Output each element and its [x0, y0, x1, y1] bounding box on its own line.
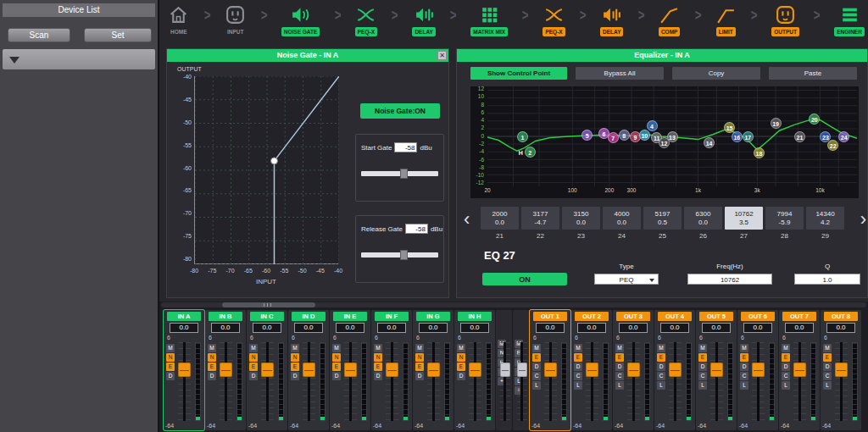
eq-button[interactable]: E: [657, 353, 665, 362]
channel-label[interactable]: OUT 8: [824, 312, 858, 321]
toolbar-module-input[interactable]: INPUT: [225, 4, 247, 36]
eq-band-cell-27[interactable]: 107623.5: [725, 207, 763, 230]
channel-gain-value[interactable]: 0.0: [536, 323, 565, 333]
eq-control-point-5[interactable]: 5: [581, 130, 593, 141]
fader-handle[interactable]: [586, 363, 598, 377]
eq-band-cell-22[interactable]: 3177-4.7: [521, 207, 559, 230]
mixer-scrollbar[interactable]: [161, 302, 866, 307]
fader-track[interactable]: [266, 342, 269, 421]
toolbar-module-delay[interactable]: DELAY: [412, 4, 435, 36]
q-input[interactable]: 1.0: [794, 274, 860, 285]
eq-control-point-17[interactable]: 17: [743, 131, 754, 142]
channel-gain-value[interactable]: 0.0: [170, 323, 198, 333]
delay-button[interactable]: D: [657, 363, 665, 371]
toolbar-module-matrix-mix[interactable]: MATRIX MIX: [470, 4, 508, 36]
channel-label[interactable]: IN B: [209, 312, 242, 321]
channel-label[interactable]: IN C: [250, 312, 284, 321]
fader[interactable]: [500, 342, 510, 421]
eq-button[interactable]: E: [615, 353, 624, 362]
fader-handle[interactable]: [752, 363, 765, 377]
noise-gate-plot[interactable]: [194, 76, 338, 264]
fader-track[interactable]: [183, 342, 186, 421]
mute-button[interactable]: M: [457, 344, 465, 352]
release-gate-slider-handle[interactable]: [400, 250, 408, 260]
fader-handle[interactable]: [517, 363, 527, 377]
channel-gain-value[interactable]: 0.0: [577, 323, 606, 333]
eq-on-button[interactable]: ON: [482, 273, 567, 285]
eq-button[interactable]: E: [374, 363, 382, 371]
delay-button[interactable]: D: [249, 372, 258, 380]
mute-button[interactable]: M: [208, 344, 216, 352]
mute-button[interactable]: M: [415, 344, 424, 352]
channel-gain-value[interactable]: 0.0: [377, 323, 406, 333]
comp-button[interactable]: C: [698, 372, 707, 380]
fader-handle[interactable]: [669, 363, 682, 377]
channel-label[interactable]: OUT 3: [616, 312, 650, 321]
fader-track[interactable]: [432, 342, 435, 421]
eq-button[interactable]: E: [249, 363, 258, 371]
channel-gain-value[interactable]: 0.0: [336, 323, 364, 333]
fader-track[interactable]: [549, 342, 552, 421]
channel-label[interactable]: OUT 2: [575, 312, 609, 321]
fader-handle[interactable]: [220, 363, 232, 377]
toolbar-module-output[interactable]: OUTPUT: [771, 4, 799, 36]
eq-button[interactable]: E: [574, 353, 582, 362]
show-control-point-button[interactable]: Show Control Point: [470, 67, 567, 80]
toolbar-module-home[interactable]: HOME: [168, 4, 190, 36]
fader-track[interactable]: [591, 342, 593, 421]
close-icon[interactable]: ✕: [437, 51, 447, 60]
fader[interactable]: [178, 342, 191, 421]
mute-button[interactable]: M: [532, 344, 541, 352]
channel-gain-value[interactable]: 0.0: [460, 323, 489, 333]
channel-label[interactable]: OUT 1: [533, 312, 567, 321]
mute-button[interactable]: M: [374, 344, 382, 352]
noisegate-button[interactable]: N: [415, 353, 424, 362]
mute-button[interactable]: M: [615, 344, 624, 352]
fader-handle[interactable]: [627, 363, 640, 377]
fader[interactable]: [427, 342, 440, 421]
noisegate-button[interactable]: N: [249, 353, 258, 362]
fader-handle[interactable]: [544, 363, 557, 377]
toolbar-module-limit[interactable]: LIMIT: [715, 4, 737, 36]
toolbar-module-noise-gate[interactable]: NOISE GATE: [281, 4, 320, 36]
mute-button[interactable]: M: [166, 344, 175, 352]
delay-button[interactable]: D: [166, 372, 175, 380]
fader-handle[interactable]: [469, 363, 481, 377]
limit-button[interactable]: L: [823, 381, 832, 390]
channel-label[interactable]: IN F: [375, 312, 409, 321]
delay-button[interactable]: D: [374, 372, 382, 380]
fader[interactable]: [261, 342, 274, 421]
toolbar-module-peq-x[interactable]: PEQ-X: [355, 4, 377, 36]
limit-button[interactable]: L: [740, 381, 748, 390]
fader-handle[interactable]: [344, 363, 357, 377]
channel-gain-value[interactable]: 0.0: [419, 323, 448, 333]
delay-button[interactable]: D: [457, 372, 465, 380]
fader-track[interactable]: [757, 342, 760, 421]
eq-band-cell-29[interactable]: 143404.2: [806, 207, 844, 230]
eq-control-point-7[interactable]: 7: [608, 132, 619, 143]
noisegate-button[interactable]: N: [332, 353, 341, 362]
fader-handle[interactable]: [793, 363, 806, 377]
fader[interactable]: [544, 342, 557, 421]
fader-track[interactable]: [520, 342, 523, 421]
fader-handle[interactable]: [303, 363, 315, 377]
fader[interactable]: [752, 342, 765, 421]
limit-button[interactable]: L: [698, 381, 707, 390]
eq-control-point-18[interactable]: 18: [754, 147, 765, 158]
mute-button[interactable]: M: [782, 344, 790, 352]
type-dropdown[interactable]: PEQ: [594, 274, 659, 285]
channel-label[interactable]: OUT 7: [782, 312, 816, 321]
eq-control-point-16[interactable]: 16: [732, 131, 743, 142]
channel-label[interactable]: IN H: [458, 312, 492, 321]
delay-button[interactable]: D: [291, 372, 299, 380]
channel-gain-value[interactable]: 0.0: [660, 323, 689, 333]
comp-button[interactable]: C: [574, 372, 582, 380]
gate-threshold-handle[interactable]: [271, 158, 278, 164]
comp-button[interactable]: C: [782, 372, 790, 380]
comp-button[interactable]: C: [615, 372, 624, 380]
eq-band-cell-23[interactable]: 31500.0: [562, 207, 600, 230]
eq-control-point-1[interactable]: 1: [517, 131, 528, 142]
fader-handle[interactable]: [178, 363, 191, 377]
fader[interactable]: [220, 342, 232, 421]
fader-track[interactable]: [391, 342, 393, 421]
